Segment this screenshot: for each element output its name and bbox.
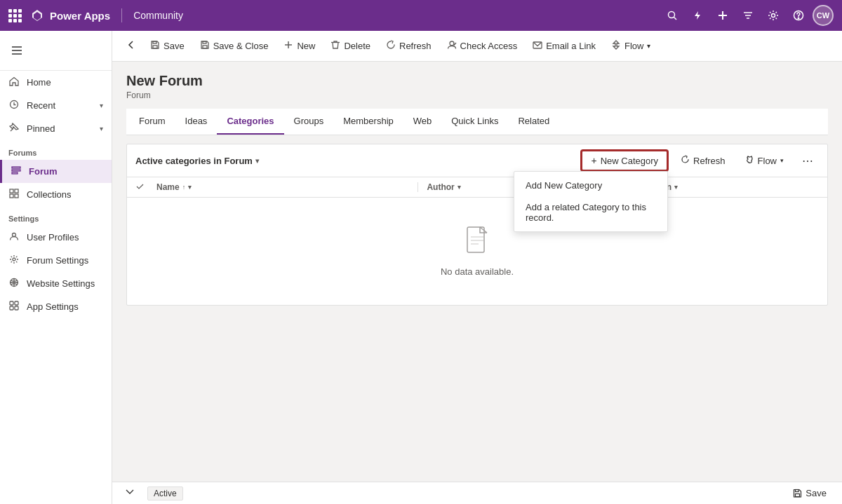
sidebar-top: [0, 31, 112, 71]
svg-rect-28: [15, 301, 18, 305]
save-close-icon: [200, 40, 210, 52]
tab-membership[interactable]: Membership: [333, 109, 403, 135]
svg-rect-27: [10, 301, 13, 305]
tab-related[interactable]: Related: [508, 109, 559, 135]
grid-more-button[interactable]: ⋯: [796, 151, 819, 171]
svg-rect-21: [10, 194, 13, 198]
new-button[interactable]: New: [276, 36, 322, 56]
tab-forum[interactable]: Forum: [129, 109, 175, 135]
forum-settings-icon: [8, 254, 20, 266]
save-close-button[interactable]: Save & Close: [193, 36, 276, 56]
sidebar-item-forum[interactable]: Forum: [0, 160, 112, 183]
flow-button[interactable]: Flow ▾: [604, 36, 657, 56]
svg-rect-43: [796, 494, 800, 497]
status-badge[interactable]: Active: [147, 486, 183, 500]
save-button[interactable]: Save: [143, 36, 192, 56]
save-icon: [150, 40, 160, 52]
settings-icon[interactable]: [762, 4, 784, 27]
grid-title: Active categories in Forum ▾: [135, 156, 259, 166]
new-icon: [283, 40, 293, 52]
sidebar: Home Recent ▾ Pinned ▾ Forums Forum: [0, 31, 112, 504]
sidebar-item-website-settings[interactable]: Website Settings: [0, 272, 112, 295]
tab-web[interactable]: Web: [403, 109, 442, 135]
name-sort-asc-icon: ↑: [182, 184, 186, 191]
new-category-button[interactable]: + New Category: [581, 150, 668, 171]
sidebar-item-forum-settings[interactable]: Forum Settings: [0, 249, 112, 272]
svg-rect-30: [15, 306, 18, 310]
modified-col-chevron-icon[interactable]: ▾: [674, 184, 678, 191]
sidebar-item-pinned[interactable]: Pinned ▾: [0, 117, 112, 140]
tab-quick-links[interactable]: Quick Links: [441, 109, 508, 135]
status-expand-button[interactable]: [121, 484, 139, 502]
svg-rect-44: [796, 490, 799, 492]
sidebar-item-home[interactable]: Home: [0, 71, 112, 94]
email-link-button[interactable]: Email a Link: [526, 36, 603, 56]
settings-section-label: Settings: [0, 206, 112, 226]
app-settings-icon: [8, 301, 20, 313]
search-icon[interactable]: [661, 4, 683, 27]
top-navigation: Power Apps Community CW: [0, 0, 842, 31]
svg-rect-39: [467, 227, 484, 252]
lightning-icon[interactable]: [686, 4, 709, 27]
sidebar-item-label-app-settings: App Settings: [27, 301, 79, 312]
name-col-chevron-icon[interactable]: ▾: [188, 184, 192, 191]
refresh-icon: [386, 40, 396, 52]
empty-document-icon: [465, 226, 490, 259]
back-button[interactable]: [121, 36, 142, 56]
check-access-icon: [447, 40, 457, 52]
grid-col-name-header[interactable]: Name ↑ ▾: [156, 182, 417, 192]
home-icon: [8, 76, 20, 88]
author-col-chevron-icon[interactable]: ▾: [457, 184, 461, 191]
check-access-button[interactable]: Check Access: [440, 36, 525, 56]
grid-col-checkbox[interactable]: [135, 182, 156, 193]
refresh-button[interactable]: Refresh: [379, 36, 439, 56]
svg-point-24: [13, 258, 15, 261]
nav-icons: CW: [661, 4, 834, 27]
sidebar-item-user-profiles[interactable]: User Profiles: [0, 226, 112, 249]
collections-icon: [8, 189, 20, 200]
page-content: New Forum Forum Forum Ideas Categories G…: [112, 62, 842, 482]
pinned-chevron-icon: ▾: [100, 125, 103, 132]
app-grid-icon[interactable]: [8, 9, 22, 22]
sidebar-item-recent[interactable]: Recent ▾: [0, 94, 112, 117]
svg-rect-32: [153, 41, 156, 43]
grid-refresh-icon: [681, 155, 690, 166]
status-bar: Active Save: [112, 482, 842, 504]
sidebar-item-label-pinned: Pinned: [27, 123, 55, 134]
add-icon[interactable]: [711, 4, 734, 27]
filter-icon[interactable]: [737, 4, 759, 27]
status-save-button[interactable]: Save: [786, 485, 834, 501]
tab-categories[interactable]: Categories: [217, 109, 283, 135]
sidebar-item-collections[interactable]: Collections: [0, 183, 112, 206]
community-label: Community: [133, 10, 183, 21]
page-title: New Forum: [126, 73, 828, 89]
tab-ideas[interactable]: Ideas: [175, 109, 218, 135]
delete-button[interactable]: Delete: [323, 36, 377, 56]
svg-rect-29: [10, 306, 13, 310]
grid-refresh-button[interactable]: Refresh: [674, 151, 733, 170]
recent-chevron-icon: ▾: [100, 102, 103, 109]
dropdown-add-new[interactable]: Add New Category: [514, 175, 667, 196]
app-logo: Power Apps: [30, 8, 110, 22]
sidebar-item-app-settings[interactable]: App Settings: [0, 295, 112, 318]
help-icon[interactable]: [787, 4, 810, 27]
delete-icon: [330, 40, 340, 52]
grid-col-author-label: Author: [427, 182, 454, 192]
avatar[interactable]: CW: [813, 5, 834, 26]
svg-point-8: [772, 14, 775, 18]
grid-flow-chevron-icon: ▾: [780, 157, 784, 164]
delete-label: Delete: [344, 41, 370, 51]
command-bar: Save Save & Close New Delete: [112, 31, 842, 62]
tabs-container: Forum Ideas Categories Groups Membership…: [126, 109, 828, 135]
new-category-dropdown: Add New Category Add a related Category …: [514, 171, 668, 232]
new-label: New: [297, 41, 315, 51]
svg-rect-20: [15, 189, 18, 193]
sidebar-menu-toggle[interactable]: [3, 36, 31, 64]
grid-flow-button[interactable]: Flow ▾: [738, 151, 791, 170]
svg-point-0: [669, 12, 675, 18]
new-category-plus-icon: +: [591, 155, 596, 166]
svg-rect-22: [15, 194, 18, 198]
grid-title-chevron-icon[interactable]: ▾: [255, 157, 259, 165]
tab-groups[interactable]: Groups: [284, 109, 334, 135]
dropdown-add-related[interactable]: Add a related Category to this record.: [514, 196, 667, 229]
